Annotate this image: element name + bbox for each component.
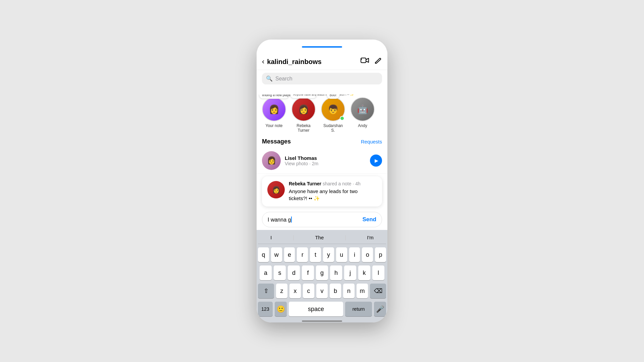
svg-rect-0 — [361, 58, 366, 63]
message-play-button[interactable]: ▶ — [370, 155, 382, 167]
search-placeholder: Search — [275, 76, 292, 82]
key-p[interactable]: p — [375, 247, 386, 262]
header: ‹ kalindi_rainbows — [257, 54, 387, 70]
key-o[interactable]: o — [362, 247, 373, 262]
story-avatar-rebeka: 👩 — [291, 97, 316, 121]
key-u[interactable]: u — [336, 247, 347, 262]
key-l[interactable]: l — [372, 265, 384, 280]
key-x[interactable]: x — [289, 284, 301, 298]
key-space[interactable]: space — [289, 302, 343, 316]
suggestion-i[interactable]: I — [266, 233, 276, 242]
key-q[interactable]: q — [258, 247, 269, 262]
key-v[interactable]: v — [316, 284, 328, 298]
note-avatar-rebeka: 👩 — [267, 181, 285, 198]
note-time: 4h — [355, 181, 361, 186]
key-y[interactable]: y — [323, 247, 334, 262]
video-call-icon[interactable] — [361, 57, 369, 66]
key-c[interactable]: c — [303, 284, 314, 298]
story-note-your: finding a new playlist >>> — [259, 95, 289, 99]
key-h[interactable]: h — [330, 265, 342, 280]
suggestion-im[interactable]: I'm — [363, 233, 378, 242]
message-avatar-lisel: 👩 — [262, 151, 281, 170]
search-icon: 🔍 — [266, 75, 273, 82]
message-item-lisel[interactable]: 👩 Lisel Thomas View photo · 2m ▶ — [257, 148, 387, 174]
key-return[interactable]: return — [345, 302, 372, 316]
home-indicator — [302, 320, 342, 322]
key-a[interactable]: a — [260, 265, 272, 280]
key-emoji[interactable]: 🙂 — [275, 302, 287, 316]
bottom-bar — [257, 318, 387, 322]
note-header: Rebeka Turner shared a note · 4h — [289, 181, 377, 186]
key-r[interactable]: r — [297, 247, 308, 262]
key-f[interactable]: f — [302, 265, 314, 280]
story-rebeka[interactable]: Anyone have any leads for two tickets?! … — [291, 97, 316, 133]
back-button[interactable]: ‹ — [262, 57, 264, 66]
header-title: kalindi_rainbows — [267, 58, 321, 66]
reply-container[interactable]: I wanna g Send — [262, 212, 382, 227]
story-name-your-note: Your note — [266, 123, 283, 128]
keyboard-bottom-row: 123 🙂 space return 🎤 — [258, 302, 386, 316]
messages-title: Messages — [262, 138, 291, 145]
messages-header: Messages Requests — [257, 135, 387, 148]
reply-input-value: I wanna g — [268, 217, 291, 223]
key-z[interactable]: z — [276, 284, 287, 298]
key-n[interactable]: n — [343, 284, 355, 298]
message-sender-lisel: Lisel Thomas — [285, 155, 366, 161]
story-avatar-wrapper: finding a new playlist >>> 👩 — [262, 97, 286, 121]
note-content: Rebeka Turner shared a note · 4h Anyone … — [289, 181, 377, 202]
story-avatar-wrapper-andy: 🤖 — [351, 97, 375, 121]
search-container: 🔍 Search — [257, 70, 387, 87]
story-avatar-andy: 🤖 — [351, 97, 375, 121]
keyboard: I | The | I'm q w e r t y u i o p a s d … — [257, 230, 387, 318]
key-t[interactable]: t — [310, 247, 321, 262]
stories-row: finding a new playlist >>> 👩 Your note A… — [257, 95, 387, 135]
keyboard-row-3: ⇧ z x c v b n m ⌫ — [258, 284, 386, 298]
story-avatar-your-note: 👩 — [262, 97, 286, 121]
note-text: Anyone have any leads for two tickets?! … — [289, 188, 377, 202]
story-name-sudarshan: Sudarshan S. — [321, 123, 345, 133]
note-popup: 👩 Rebeka Turner shared a note · 4h Anyon… — [262, 176, 382, 206]
compose-icon[interactable] — [375, 57, 382, 66]
reply-input[interactable]: I wanna g — [268, 217, 362, 223]
note-sender-name: Rebeka Turner — [289, 181, 321, 186]
keyboard-suggestions: I | The | I'm — [258, 233, 386, 244]
status-bar — [257, 40, 387, 54]
text-cursor — [291, 217, 292, 223]
status-indicator — [302, 46, 342, 48]
story-name-rebeka: Rebeka Turner — [291, 123, 316, 133]
keyboard-row-1: q w e r t y u i o p — [258, 247, 386, 262]
story-your-note[interactable]: finding a new playlist >>> 👩 Your note — [262, 97, 286, 133]
keyboard-row-2: a s d f g h j k l — [258, 265, 386, 280]
key-m[interactable]: m — [357, 284, 368, 298]
key-i[interactable]: i — [349, 247, 360, 262]
key-k[interactable]: k — [358, 265, 370, 280]
note-action: shared a note · — [323, 181, 355, 186]
key-b[interactable]: b — [330, 284, 341, 298]
send-button[interactable]: Send — [362, 216, 376, 223]
key-w[interactable]: w — [271, 247, 282, 262]
key-s[interactable]: s — [274, 265, 286, 280]
online-dot-sudarshan — [340, 116, 344, 121]
requests-link[interactable]: Requests — [361, 139, 382, 144]
story-avatar-wrapper-rebeka: Anyone have any leads for two tickets?! … — [291, 97, 316, 121]
key-shift[interactable]: ⇧ — [258, 284, 274, 298]
key-mic[interactable]: 🎤 — [374, 302, 386, 316]
key-123[interactable]: 123 — [258, 302, 273, 316]
header-left: ‹ kalindi_rainbows — [262, 57, 322, 66]
story-andy[interactable]: 🤖 Andy — [351, 97, 375, 133]
story-sudarshan[interactable]: Boo! 👦 Sudarshan S. — [321, 97, 345, 133]
story-note-rebeka: Anyone have any leads for two tickets?! … — [290, 95, 317, 99]
story-name-andy: Andy — [358, 123, 367, 128]
search-bar[interactable]: 🔍 Search — [262, 73, 382, 84]
story-note-sudarshan: Boo! — [327, 95, 340, 99]
key-delete[interactable]: ⌫ — [370, 284, 386, 298]
message-preview-lisel: View photo · 2m — [285, 161, 366, 166]
key-j[interactable]: j — [344, 265, 356, 280]
play-icon: ▶ — [375, 158, 378, 163]
key-g[interactable]: g — [316, 265, 328, 280]
message-content-lisel: Lisel Thomas View photo · 2m — [285, 155, 366, 166]
key-d[interactable]: d — [288, 265, 300, 280]
suggestion-the[interactable]: The — [311, 233, 328, 242]
key-e[interactable]: e — [284, 247, 295, 262]
story-avatar-wrapper-sudarshan: Boo! 👦 — [321, 97, 345, 121]
